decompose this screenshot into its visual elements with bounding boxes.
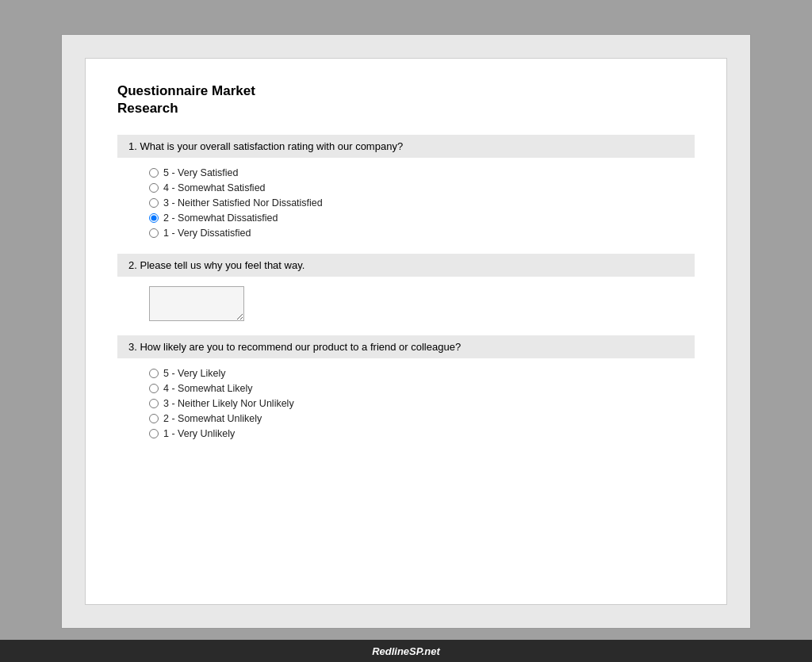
form-title: Questionnaire Market Research — [117, 82, 695, 117]
question-3-number: 3. — [128, 341, 137, 353]
option-q3-5[interactable]: 5 - Very Likely — [149, 368, 679, 379]
question-2-header: 2. Please tell us why you feel that way. — [117, 254, 695, 277]
option-q1-3[interactable]: 3 - Neither Satisfied Nor Dissatisfied — [149, 197, 679, 209]
radio-q3-1[interactable] — [149, 429, 159, 438]
page-wrapper: Questionnaire Market Research 1. What is… — [61, 34, 751, 629]
option-q3-3-label: 3 - Neither Likely Nor Unlikely — [163, 398, 294, 409]
footer-text: RedlineSP.net — [372, 645, 440, 657]
option-q1-2[interactable]: 2 - Somewhat Dissatisfied — [149, 212, 679, 224]
question-2-textarea-block — [117, 283, 695, 335]
radio-q1-4[interactable] — [149, 183, 159, 193]
radio-q3-5[interactable] — [149, 369, 159, 378]
question-3-header: 3. How likely are you to recommend our p… — [117, 335, 695, 358]
option-q1-5-label: 5 - Very Satisfied — [163, 167, 239, 178]
question-2-block: 2. Please tell us why you feel that way. — [117, 254, 695, 335]
radio-q1-3[interactable] — [149, 198, 159, 208]
option-q3-2-label: 2 - Somewhat Unlikely — [163, 413, 262, 424]
option-q3-4-label: 4 - Somewhat Likely — [163, 383, 253, 394]
option-q1-2-label: 2 - Somewhat Dissatisfied — [163, 212, 278, 224]
option-q1-5[interactable]: 5 - Very Satisfied — [149, 167, 679, 178]
question-1-header: 1. What is your overall satisfaction rat… — [117, 135, 695, 158]
radio-q1-2[interactable] — [149, 213, 159, 223]
question-1-text: What is your overall satisfaction rating… — [140, 140, 403, 152]
question-2-number: 2. — [128, 259, 137, 271]
radio-q3-2[interactable] — [149, 414, 159, 423]
question-3-text: How likely are you to recommend our prod… — [140, 341, 461, 353]
option-q1-1-label: 1 - Very Dissatisfied — [163, 228, 251, 239]
option-q1-4-label: 4 - Somewhat Satisfied — [163, 182, 266, 193]
question-1-block: 1. What is your overall satisfaction rat… — [117, 135, 695, 254]
radio-q3-3[interactable] — [149, 399, 159, 408]
paper: Questionnaire Market Research 1. What is… — [85, 58, 727, 605]
option-q3-2[interactable]: 2 - Somewhat Unlikely — [149, 413, 679, 424]
option-q1-3-label: 3 - Neither Satisfied Nor Dissatisfied — [163, 197, 323, 209]
radio-q1-5[interactable] — [149, 168, 159, 178]
option-q3-5-label: 5 - Very Likely — [163, 368, 226, 379]
option-q3-1-label: 1 - Very Unlikely — [163, 428, 235, 439]
option-q1-4[interactable]: 4 - Somewhat Satisfied — [149, 182, 679, 193]
option-q3-3[interactable]: 3 - Neither Likely Nor Unlikely — [149, 398, 679, 409]
option-q3-1[interactable]: 1 - Very Unlikely — [149, 428, 679, 439]
radio-q3-4[interactable] — [149, 384, 159, 393]
question-3-block: 3. How likely are you to recommend our p… — [117, 335, 695, 454]
footer-bar: RedlineSP.net — [0, 640, 812, 662]
form-title-line1: Questionnaire Market — [117, 83, 255, 98]
question-1-number: 1. — [128, 140, 137, 152]
question-1-options: 5 - Very Satisfied 4 - Somewhat Satisfie… — [117, 164, 695, 254]
radio-q1-1[interactable] — [149, 228, 159, 238]
question-2-textarea[interactable] — [149, 286, 244, 321]
option-q1-1[interactable]: 1 - Very Dissatisfied — [149, 228, 679, 239]
option-q3-4[interactable]: 4 - Somewhat Likely — [149, 383, 679, 394]
question-2-text: Please tell us why you feel that way. — [140, 259, 304, 271]
question-3-options: 5 - Very Likely 4 - Somewhat Likely 3 - … — [117, 365, 695, 454]
form-title-line2: Research — [117, 101, 178, 116]
